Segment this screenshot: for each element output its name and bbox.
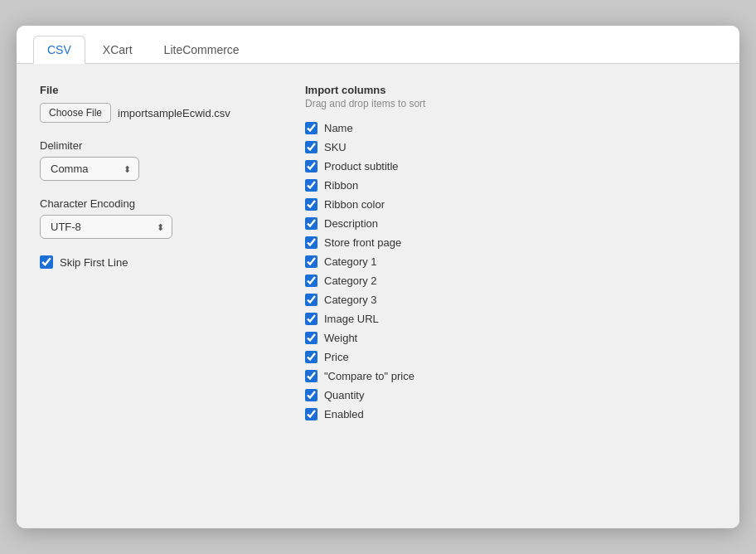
column-label-1: SKU bbox=[324, 141, 346, 153]
column-item: Category 3 bbox=[305, 291, 716, 309]
column-label-7: Category 1 bbox=[324, 255, 377, 268]
column-label-14: Quantity bbox=[324, 389, 364, 401]
column-item: Name bbox=[305, 119, 716, 137]
column-label-3: Ribbon bbox=[324, 179, 358, 192]
skip-first-line-checkbox[interactable] bbox=[40, 255, 53, 269]
column-checkbox-10[interactable] bbox=[305, 313, 317, 325]
skip-first-line-label: Skip First Line bbox=[60, 256, 128, 269]
column-label-9: Category 3 bbox=[324, 294, 377, 306]
file-group: File Choose File importsampleEcwid.csv bbox=[40, 84, 272, 123]
tab-litecommerce[interactable]: LiteCommerce bbox=[150, 36, 254, 63]
right-panel: Import columns Drag and drop items to so… bbox=[305, 84, 716, 508]
column-item: Weight bbox=[305, 329, 716, 347]
column-item: Category 1 bbox=[305, 253, 716, 270]
column-checkbox-11[interactable] bbox=[305, 332, 317, 344]
column-checkbox-13[interactable] bbox=[305, 370, 317, 382]
column-checkbox-4[interactable] bbox=[305, 198, 317, 211]
column-item: "Compare to" price bbox=[305, 367, 716, 385]
left-panel: File Choose File importsampleEcwid.csv D… bbox=[40, 84, 272, 508]
column-label-0: Name bbox=[324, 122, 353, 134]
delimiter-label: Delimiter bbox=[40, 139, 272, 152]
column-item: Category 2 bbox=[305, 272, 716, 289]
column-checkbox-15[interactable] bbox=[305, 408, 317, 420]
column-checkbox-3[interactable] bbox=[305, 179, 317, 192]
choose-file-button[interactable]: Choose File bbox=[40, 103, 111, 123]
column-checkbox-0[interactable] bbox=[305, 122, 317, 134]
file-name: importsampleEcwid.csv bbox=[118, 107, 230, 119]
column-item: Price bbox=[305, 348, 716, 366]
column-checkbox-7[interactable] bbox=[305, 255, 317, 268]
delimiter-select[interactable]: Comma Semicolon Tab Space bbox=[40, 157, 139, 181]
column-item: Store front page bbox=[305, 234, 716, 251]
column-label-12: Price bbox=[324, 351, 349, 363]
import-columns-title: Import columns bbox=[305, 84, 716, 96]
column-checkbox-9[interactable] bbox=[305, 294, 317, 306]
column-label-10: Image URL bbox=[324, 313, 379, 325]
column-item: Product subtitle bbox=[305, 158, 716, 175]
encoding-label: Character Encoding bbox=[40, 197, 272, 210]
column-label-4: Ribbon color bbox=[324, 198, 385, 211]
skip-first-line-row: Skip First Line bbox=[40, 255, 272, 269]
column-label-15: Enabled bbox=[324, 408, 364, 420]
delimiter-group: Delimiter Comma Semicolon Tab Space ⬍ bbox=[40, 139, 272, 181]
column-label-13: "Compare to" price bbox=[324, 370, 414, 382]
encoding-select-wrapper: UTF-8 UTF-16 ISO-8859-1 Windows-1252 ⬍ bbox=[40, 215, 172, 239]
column-item: SKU bbox=[305, 138, 716, 156]
column-checkbox-6[interactable] bbox=[305, 236, 317, 249]
column-checkbox-2[interactable] bbox=[305, 160, 317, 173]
column-item: Image URL bbox=[305, 310, 716, 328]
column-item: Ribbon bbox=[305, 177, 716, 194]
tab-csv[interactable]: CSV bbox=[33, 36, 85, 64]
column-item: Quantity bbox=[305, 386, 716, 404]
encoding-select[interactable]: UTF-8 UTF-16 ISO-8859-1 Windows-1252 bbox=[40, 215, 172, 239]
column-item: Ribbon color bbox=[305, 196, 716, 213]
column-list: NameSKUProduct subtitleRibbonRibbon colo… bbox=[305, 119, 716, 423]
column-label-11: Weight bbox=[324, 332, 357, 344]
column-label-6: Store front page bbox=[324, 236, 401, 249]
file-row: Choose File importsampleEcwid.csv bbox=[40, 103, 272, 123]
tab-bar: CSV XCart LiteCommerce bbox=[17, 26, 739, 64]
column-label-5: Description bbox=[324, 217, 378, 230]
tab-xcart[interactable]: XCart bbox=[89, 36, 147, 63]
column-label-2: Product subtitle bbox=[324, 160, 399, 173]
delimiter-select-wrapper: Comma Semicolon Tab Space ⬍ bbox=[40, 157, 139, 181]
encoding-group: Character Encoding UTF-8 UTF-16 ISO-8859… bbox=[40, 197, 272, 239]
column-label-8: Category 2 bbox=[324, 275, 377, 287]
column-item: Description bbox=[305, 215, 716, 232]
file-label: File bbox=[40, 84, 272, 96]
column-checkbox-1[interactable] bbox=[305, 141, 317, 153]
column-checkbox-8[interactable] bbox=[305, 275, 317, 287]
drag-hint: Drag and drop items to sort bbox=[305, 98, 716, 109]
main-window: CSV XCart LiteCommerce File Choose File … bbox=[17, 26, 739, 528]
column-item: Enabled bbox=[305, 406, 716, 423]
column-checkbox-14[interactable] bbox=[305, 389, 317, 401]
column-checkbox-12[interactable] bbox=[305, 351, 317, 363]
content-area: File Choose File importsampleEcwid.csv D… bbox=[17, 64, 739, 528]
column-checkbox-5[interactable] bbox=[305, 217, 317, 230]
